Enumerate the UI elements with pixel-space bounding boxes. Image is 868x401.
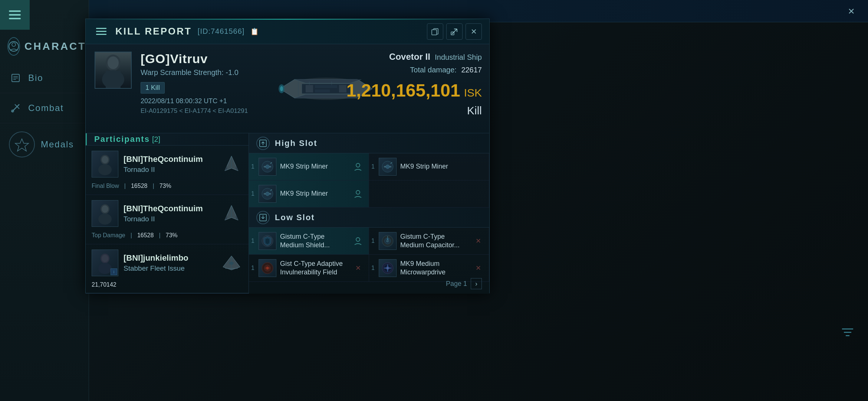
pagination: Page 1 › — [446, 278, 482, 289]
svg-point-38 — [229, 262, 234, 265]
svg-rect-21 — [339, 85, 346, 92]
kill-report-actions: ✕ — [427, 23, 482, 40]
close-app-button[interactable]: × — [842, 2, 861, 20]
high-slot-item-3-name: MK9 Strip Miner — [280, 189, 328, 198]
low-slot-item-1-name: Gistum C-Type Medium Shield... — [280, 232, 349, 250]
fittings-panel: High Slot 1 — [249, 133, 489, 294]
participants-count: [2] — [152, 135, 160, 144]
ship-stats: Covetor II Industrial Ship Total damage:… — [346, 52, 482, 117]
participant-2[interactable]: [BNI]TheQcontinuim Tornado II Top Damage — [86, 195, 249, 244]
participant-2-top: [BNI]TheQcontinuim Tornado II — [92, 200, 243, 227]
participant-2-ship-icon — [220, 202, 243, 225]
high-slot-item-1-action[interactable] — [352, 161, 364, 172]
kill-report-header: [GO]Vitruv Warp Scramble Strength: -1.0 … — [86, 44, 489, 133]
low-slot-item-2-x[interactable]: ✕ — [473, 235, 484, 247]
participant-3-ship: Stabber Fleet Issue — [124, 264, 215, 273]
gistum-shield-icon — [259, 232, 276, 250]
kr-copy-button[interactable] — [427, 23, 443, 40]
participant-3-top: i [BNI]junkielimbo Stabber Fleet Issue — [92, 250, 243, 276]
pilot-avatar — [95, 52, 132, 89]
hamburger-icon — [9, 10, 21, 19]
rank-badge: i — [111, 268, 117, 275]
next-page-button[interactable]: › — [471, 278, 482, 289]
low-slot-item-2[interactable]: 1 + Gistum C-Type Medium Capaci — [369, 228, 489, 255]
high-slot-item-3-action[interactable] — [352, 188, 364, 199]
participant-3-ship-icon — [220, 252, 243, 274]
gistum-capacitor-icon: + — [379, 232, 397, 250]
participant-1-top: [BNI]TheQcontinuim Tornado II — [92, 151, 243, 177]
low-slot-item-3-name: Gist C-Type Adaptive Invulnerability Fie… — [280, 260, 349, 277]
low-slot-item-4-name: MK9 Medium Microwarpdrive — [400, 260, 469, 277]
participant-2-avatar — [92, 200, 118, 227]
participant-1-name: [BNI]TheQcontinuim — [124, 154, 215, 164]
sidebar-bio-label: Bio — [28, 73, 43, 83]
kill-report-id: [ID:7461566] — [198, 27, 245, 36]
damage-row: Total damage: 22617 — [346, 66, 482, 74]
kills-badge: 1 Kill — [141, 82, 165, 94]
low-slot-items: 1 Gistum C-Type Medium Shield... — [249, 228, 489, 282]
low-slot-item-2-name: Gistum C-Type Medium Capacitor... — [400, 232, 469, 250]
svg-point-58 — [356, 238, 360, 241]
high-slot-item-4 — [369, 180, 489, 208]
kill-report-titlebar: KILL REPORT [ID:7461566] 📋 ✕ — [86, 19, 489, 44]
svg-point-52 — [266, 192, 269, 196]
participant-1-avatar — [92, 151, 118, 177]
participant-3-name: [BNI]junkielimbo — [124, 253, 215, 263]
participant-2-stats: Top Damage | 16528 | 73% — [92, 232, 178, 239]
low-slot-item-4-x[interactable]: ✕ — [473, 263, 484, 274]
mk9-microwarpdrive-icon — [379, 259, 397, 277]
low-slot-title: Low Slot — [275, 213, 315, 222]
participant-1-ship-icon — [220, 153, 243, 175]
high-slot-item-2-name: MK9 Strip Miner — [400, 162, 448, 171]
high-slot-item-2[interactable]: 1 MK9 Strip Miner — [369, 153, 489, 180]
svg-rect-20 — [315, 89, 330, 92]
sidebar-menu-button[interactable] — [0, 0, 30, 30]
svg-point-23 — [280, 86, 283, 91]
high-slot-item-3[interactable]: 1 MK9 Strip Miner — [249, 180, 369, 208]
sidebar-combat-label: Combat — [28, 103, 64, 113]
svg-point-30 — [102, 156, 108, 163]
sidebar-header: CHARACTER — [0, 30, 89, 63]
low-slot-item-3-x[interactable]: ✕ — [352, 263, 364, 274]
participants-panel: Participants [2] [BNI]TheQcontinuim — [86, 133, 249, 294]
bio-icon — [9, 71, 22, 85]
participant-1[interactable]: [BNI]TheQcontinuim Tornado II Final Blow — [86, 146, 249, 195]
participant-2-name: [BNI]TheQcontinuim — [124, 204, 215, 213]
kr-content: Participants [2] [BNI]TheQcontinuim — [86, 133, 489, 294]
page-label: Page 1 — [446, 280, 467, 288]
low-slot-item-3[interactable]: 1 Gist C-Type Adaptive Invulnerability F… — [249, 255, 369, 282]
participant-3[interactable]: i [BNI]junkielimbo Stabber Fleet Issue — [86, 244, 249, 294]
low-slot-item-1-action[interactable] — [352, 235, 364, 247]
filter-icon-area[interactable] — [838, 323, 857, 342]
svg-point-1 — [12, 43, 16, 46]
low-slot-section: Low Slot 1 Gistum C-Type Med — [249, 208, 489, 282]
kr-export-button[interactable] — [446, 23, 463, 40]
svg-rect-10 — [432, 30, 437, 35]
sidebar-item-medals[interactable]: Medals — [0, 123, 89, 166]
low-slot-item-1[interactable]: 1 Gistum C-Type Medium Shield... — [249, 228, 369, 255]
high-slot-section: High Slot 1 — [249, 133, 489, 208]
kr-close-button[interactable]: ✕ — [466, 23, 482, 40]
high-slot-title: High Slot — [275, 138, 318, 148]
character-icon — [7, 37, 20, 56]
sidebar-item-bio[interactable]: Bio — [0, 63, 89, 93]
svg-text:+: + — [386, 240, 388, 243]
kill-report-title: KILL REPORT — [115, 26, 192, 37]
svg-point-70 — [387, 267, 389, 269]
sidebar-item-combat[interactable]: Combat — [0, 93, 89, 123]
copy-id-icon[interactable]: 📋 — [250, 27, 259, 36]
high-slot-item-1-name: MK9 Strip Miner — [280, 162, 328, 171]
combat-icon — [9, 101, 22, 115]
kr-menu-button[interactable] — [93, 23, 109, 40]
svg-point-43 — [266, 165, 269, 169]
high-slot-header: High Slot — [249, 133, 489, 153]
participant-2-ship: Tornado II — [124, 215, 215, 223]
participant-3-stats: 21,70142 — [92, 281, 116, 288]
high-slot-icon — [256, 137, 270, 150]
low-slot-header: Low Slot — [249, 208, 489, 228]
svg-point-36 — [102, 255, 108, 262]
svg-point-14 — [108, 56, 119, 69]
high-slot-item-1[interactable]: 1 MK9 Strip Miner — [249, 153, 369, 180]
svg-point-35 — [98, 263, 112, 274]
participant-1-details: [BNI]TheQcontinuim Tornado II — [124, 154, 215, 174]
